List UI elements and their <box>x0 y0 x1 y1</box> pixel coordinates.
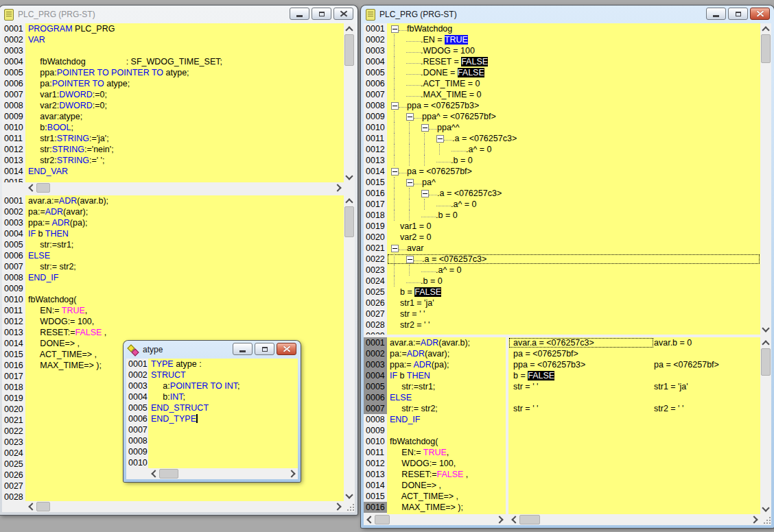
scroll-down-arrow[interactable] <box>344 490 355 501</box>
watch-horizontal-scrollbar[interactable] <box>508 514 760 525</box>
watch-value-row[interactable]: str = ' 'str2 = ' ' <box>508 403 760 414</box>
code-line[interactable]: 0007 <box>126 424 298 435</box>
scroll-up-arrow[interactable] <box>344 195 355 206</box>
code-line[interactable]: 0011 str1:STRING:='ja'; <box>2 133 344 144</box>
watch-value-row[interactable]: ppa = <076257b3>pa = <076257bf> <box>508 359 760 370</box>
watch-value-row[interactable] <box>508 458 760 469</box>
watch-tree-row[interactable]: 0025b = FALSE <box>364 287 760 298</box>
scroll-right-arrow[interactable] <box>749 514 760 525</box>
resize-grip[interactable] <box>346 503 354 511</box>
watch-tree-row[interactable]: 0012.a^ = 0 <box>364 144 760 155</box>
watch-value-row[interactable] <box>508 502 760 513</box>
watch-value-row[interactable] <box>508 469 760 480</box>
watch-tree-row[interactable]: 0001fbWatchdog <box>364 23 760 34</box>
watch-tree-row[interactable]: 0018.b = 0 <box>364 210 760 221</box>
tree-collapse-icon[interactable] <box>406 256 414 263</box>
code-line[interactable]: 0004 fbWatchdog : SF_WDOG_TIME_SET; <box>2 56 344 67</box>
atype-horizontal-scrollbar[interactable] <box>148 468 298 479</box>
scroll-left-arrow[interactable] <box>148 468 159 479</box>
online-vertical-scrollbar[interactable] <box>760 337 771 514</box>
watch-tree-row[interactable]: 0016.a = <076257c3> <box>364 188 760 199</box>
watch-value-row[interactable]: avar.a = <076257c3>avar.b = 0 <box>508 337 760 348</box>
code-line[interactable]: 0003 a:POINTER TO INT; <box>126 380 298 391</box>
watch-tree-row[interactable]: 0026str1 = 'ja' <box>364 298 760 309</box>
code-line[interactable]: 0010fbWatchdog( <box>364 436 506 447</box>
scrollbar-thumb[interactable] <box>761 34 771 63</box>
code-line[interactable]: 0001avar.a:=ADR(avar.b); <box>2 195 344 206</box>
scroll-up-arrow[interactable] <box>760 337 771 348</box>
code-line[interactable]: 0006ELSE <box>364 392 506 403</box>
scroll-right-arrow[interactable] <box>333 182 344 193</box>
close-button[interactable] <box>333 8 353 20</box>
declaration-editor[interactable]: 0001PROGRAM PLC_PRG0002VAR00030004 fbWat… <box>2 23 344 182</box>
code-line[interactable]: 0010 <box>126 457 298 468</box>
code-line[interactable]: 0006ELSE <box>2 250 344 261</box>
minimize-button[interactable] <box>233 343 253 355</box>
watch-tree-row[interactable]: 0007.MAX_TIME = 0 <box>364 89 760 100</box>
watch-value-row[interactable] <box>508 480 760 491</box>
declaration-vertical-scrollbar[interactable] <box>344 23 355 182</box>
code-line[interactable]: 0010 b:BOOL; <box>2 122 344 133</box>
declaration-horizontal-scrollbar[interactable] <box>25 182 344 193</box>
tree-collapse-icon[interactable] <box>421 190 429 197</box>
code-line[interactable]: 0009 <box>364 425 506 436</box>
implementation-horizontal-scrollbar[interactable] <box>25 501 344 512</box>
code-line[interactable]: 0003ppa:= ADR(pa); <box>364 359 506 370</box>
right-window-titlebar[interactable]: PLC_PRG (PRG-ST) <box>361 5 774 23</box>
watch-value-row[interactable] <box>508 491 760 502</box>
watch-value-row[interactable] <box>508 425 760 436</box>
watch-value-row[interactable] <box>508 392 760 403</box>
scroll-left-arrow[interactable] <box>25 182 36 193</box>
scroll-down-arrow[interactable] <box>760 503 771 514</box>
code-line[interactable]: 0012 WDOG:= 100, <box>2 316 344 327</box>
code-line[interactable]: 0004IF b THEN <box>2 228 344 239</box>
code-line[interactable]: 0014END_VAR <box>2 166 344 177</box>
code-line[interactable]: 0015 <box>2 177 344 182</box>
watch-tree-row[interactable]: 0004.RESET = FALSE <box>364 56 760 67</box>
code-line[interactable]: 0005END_STRUCT <box>126 402 298 413</box>
code-line[interactable]: 0008 var2:DWORD:=0; <box>2 100 344 111</box>
scroll-up-arrow[interactable] <box>760 23 771 34</box>
code-line[interactable]: 0007 var1:DWORD:=0; <box>2 89 344 100</box>
watch-tree-row[interactable]: 0024.b = 0 <box>364 276 760 287</box>
code-line[interactable]: 0008 <box>126 435 298 446</box>
code-line[interactable]: 0011 EN:= TRUE, <box>364 447 506 458</box>
code-line[interactable]: 0011 EN:= TRUE, <box>2 305 344 316</box>
watch-tree[interactable]: 0001fbWatchdog0002.EN = TRUE0003.WDOG = … <box>364 23 760 335</box>
code-line[interactable]: 0027 <box>2 481 344 492</box>
atype-window-titlebar[interactable]: atype <box>124 341 301 359</box>
scrollbar-thumb[interactable] <box>36 502 50 511</box>
scrollbar-thumb[interactable] <box>159 469 178 479</box>
type-editor[interactable]: 0001TYPE atype :0002STRUCT0003 a:POINTER… <box>126 359 298 468</box>
scroll-left-arrow[interactable] <box>508 514 519 525</box>
code-line[interactable]: 0006 pa:POINTER TO atype; <box>2 78 344 89</box>
code-line[interactable]: 0015 ACT_TIME=> , <box>364 491 506 502</box>
code-line[interactable]: 0009 <box>126 446 298 457</box>
code-line[interactable]: 0028 <box>2 492 344 501</box>
watch-tree-row[interactable]: 0009ppa^ = <076257bf> <box>364 111 760 122</box>
watch-tree-row[interactable]: 0013.b = 0 <box>364 155 760 166</box>
restore-button[interactable] <box>312 8 331 20</box>
watch-tree-row[interactable]: 0019var1 = 0 <box>364 221 760 232</box>
watch-tree-row[interactable]: 0020var2 = 0 <box>364 232 760 243</box>
resize-grip[interactable] <box>762 516 771 524</box>
code-line[interactable]: 0003 <box>2 45 344 56</box>
code-line[interactable]: 0007 str:= str2; <box>2 261 344 272</box>
watch-tree-row[interactable]: 0008ppa = <076257b3> <box>364 100 760 111</box>
code-line[interactable]: 0005 ppa:POINTER TO POINTER TO atype; <box>2 67 344 78</box>
code-line[interactable]: 0002VAR <box>2 34 344 45</box>
scroll-down-arrow[interactable] <box>760 324 771 335</box>
code-line[interactable]: 0014 DONE=> , <box>364 480 506 491</box>
code-line[interactable]: 0004IF b THEN <box>364 370 506 381</box>
code-line[interactable]: 0013 RESET:=FALSE , <box>2 327 344 338</box>
scrollbar-thumb[interactable] <box>761 348 771 376</box>
code-line[interactable]: 0001PROGRAM PLC_PRG <box>2 23 344 34</box>
code-horizontal-scrollbar[interactable] <box>364 514 506 525</box>
watch-tree-row[interactable]: 0015pa^ <box>364 177 760 188</box>
code-line[interactable]: 0001avar.a:=ADR(avar.b); <box>364 337 506 348</box>
watch-value-row[interactable] <box>508 436 760 447</box>
code-line[interactable]: 0002pa:=ADR(avar); <box>364 348 506 359</box>
tree-collapse-icon[interactable] <box>391 25 399 33</box>
scroll-right-arrow[interactable] <box>287 468 298 479</box>
code-line[interactable]: 0006END_TYPE <box>126 413 298 424</box>
